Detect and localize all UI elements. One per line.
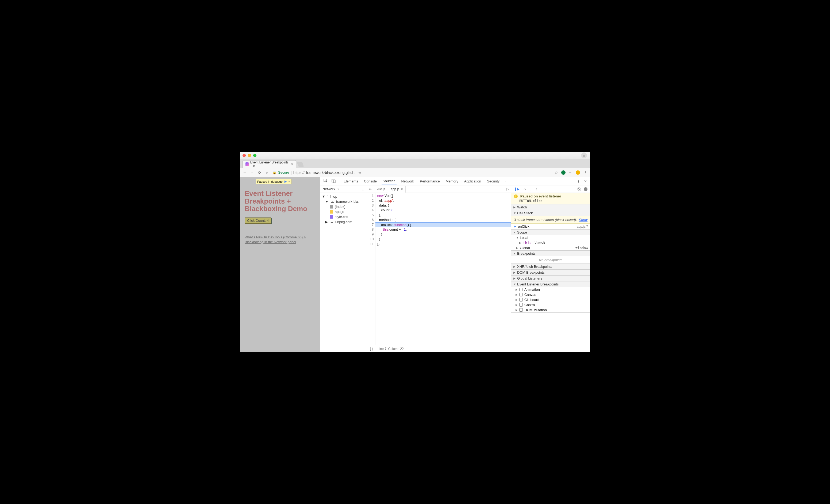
tree-file-appjs[interactable]: app.js xyxy=(320,209,367,214)
file-icon xyxy=(330,205,333,209)
sources-navigator: Network » ⋮ ▼top ▼☁framework-bla… (index… xyxy=(320,185,367,352)
source-editor: ⇤ vue.js app.js× ▷ 1234567891011 new Vue… xyxy=(367,185,511,352)
pause-dim-overlay xyxy=(240,177,320,352)
no-breakpoints-label: No breakpoints xyxy=(511,256,590,263)
elb-category[interactable]: ▶Animation xyxy=(511,287,590,292)
elb-category[interactable]: ▶Clipboard xyxy=(511,297,590,302)
tab-close-icon[interactable]: × xyxy=(291,162,293,166)
navigator-menu-icon[interactable]: ⋮ xyxy=(361,187,365,191)
step-out-icon[interactable]: ↑ xyxy=(536,187,538,191)
paused-target: BUTTON.click xyxy=(519,199,587,203)
extension-icon[interactable] xyxy=(576,170,580,175)
window-maximize-button[interactable] xyxy=(253,154,256,157)
section-dom-breakpoints[interactable]: ▶DOM Breakpoints xyxy=(511,270,590,275)
paused-message: i Paused on event listener BUTTON.click xyxy=(511,193,590,204)
devtools-main-tabs: Elements Console Sources Network Perform… xyxy=(339,177,509,185)
overlay-step-icon[interactable]: ⤼ xyxy=(288,180,290,183)
tree-file-stylecss[interactable]: style.css xyxy=(320,214,367,219)
cursor-position: Line 7, Column 22 xyxy=(378,347,404,351)
url-scheme: https:// xyxy=(293,170,305,175)
blackbox-show-link[interactable]: Show xyxy=(579,218,588,222)
section-breakpoints[interactable]: ▼Breakpoints xyxy=(511,251,590,256)
overlay-resume-icon[interactable]: ▶ xyxy=(285,180,287,183)
step-over-icon[interactable]: ⤼ xyxy=(523,187,526,191)
elb-category[interactable]: ▶DOM Mutation xyxy=(511,307,590,312)
toggle-navigator-icon[interactable]: ⇤ xyxy=(367,187,374,191)
section-call-stack[interactable]: ▼Call Stack xyxy=(511,210,590,216)
content-area: Paused in debugger ▶ ⤼ Event Listener Br… xyxy=(240,177,590,352)
traffic-lights xyxy=(243,154,256,157)
scope-this[interactable]: ▶this:Vue$3 xyxy=(511,240,590,245)
tree-domain-unpkg[interactable]: ▶☁unpkg.com xyxy=(320,219,367,224)
devtools-menu-icon[interactable]: ⋮ xyxy=(577,179,580,183)
window-close-button[interactable] xyxy=(243,154,246,157)
devtools-panel: Elements Console Sources Network Perform… xyxy=(320,177,590,352)
omnibox[interactable]: 🔒 Secure | https://framework-blackboxing… xyxy=(273,170,551,175)
navigator-overflow-icon[interactable]: » xyxy=(338,187,339,191)
elb-category[interactable]: ▶Control xyxy=(511,302,590,307)
file-tree: ▼top ▼☁framework-bla… (index) app.js sty… xyxy=(320,193,367,225)
elb-checkbox[interactable] xyxy=(519,303,523,307)
scope-local[interactable]: ▼Local xyxy=(511,235,590,240)
section-event-listener-breakpoints[interactable]: ▼Event Listener Breakpoints xyxy=(511,281,590,287)
device-toolbar-icon[interactable] xyxy=(331,179,336,184)
section-scope[interactable]: ▼Scope xyxy=(511,229,590,235)
tab-application[interactable]: Application xyxy=(463,177,482,185)
code-area[interactable]: 1234567891011 new Vue({ el: '#app', data… xyxy=(367,193,511,345)
elb-checkbox[interactable] xyxy=(519,298,523,302)
line-gutter[interactable]: 1234567891011 xyxy=(367,193,376,345)
scope-global[interactable]: ▶GlobalWindow xyxy=(511,245,590,250)
editor-tab-vuejs[interactable]: vue.js xyxy=(374,185,388,193)
stack-frame[interactable]: ➤ onClick app.js:7 xyxy=(511,224,590,229)
elb-category[interactable]: ▶Canvas xyxy=(511,292,590,297)
navigator-tabs: Network » ⋮ xyxy=(320,185,367,193)
editor-tab-appjs[interactable]: app.js× xyxy=(388,186,406,193)
resume-script-icon[interactable]: ❚▶ xyxy=(514,187,519,191)
bookmark-star-icon[interactable]: ☆ xyxy=(554,170,558,175)
tab-sources[interactable]: Sources xyxy=(382,177,396,185)
step-into-icon[interactable]: ↓ xyxy=(530,187,532,191)
window-minimize-button[interactable] xyxy=(248,154,251,157)
profile-avatar-icon[interactable]: ☺ xyxy=(581,153,587,158)
elb-checkbox[interactable] xyxy=(519,293,523,296)
code-lines: new Vue({ el: '#app', data: { count: 0 }… xyxy=(376,193,511,345)
tab-network[interactable]: Network xyxy=(400,177,415,185)
elb-checkbox[interactable] xyxy=(519,288,523,291)
tree-file-index[interactable]: (index) xyxy=(320,204,367,209)
favicon-icon xyxy=(246,162,249,166)
chrome-menu-icon[interactable]: ⋮ xyxy=(583,170,587,175)
tab-security[interactable]: Security xyxy=(486,177,501,185)
inspect-element-icon[interactable] xyxy=(324,179,328,184)
home-button[interactable]: ⌂ xyxy=(265,170,269,175)
section-watch[interactable]: ▶Watch xyxy=(511,204,590,210)
address-bar: ← → ⟳ ⌂ 🔒 Secure | https://framework-bla… xyxy=(240,168,590,177)
editor-tabs: ⇤ vue.js app.js× ▷ xyxy=(367,185,511,193)
pause-on-exceptions-icon[interactable] xyxy=(584,187,587,191)
tab-memory[interactable]: Memory xyxy=(445,177,459,185)
navigator-tab-network[interactable]: Network xyxy=(322,187,335,191)
tree-domain[interactable]: ▼☁framework-bla… xyxy=(320,199,367,204)
lock-icon: 🔒 xyxy=(273,171,277,175)
elb-checkbox[interactable] xyxy=(519,308,523,312)
devtools-close-icon[interactable]: ✕ xyxy=(584,179,587,183)
browser-tab[interactable]: Event Listener Breakpoints + B… × xyxy=(243,160,296,168)
reload-button[interactable]: ⟳ xyxy=(257,170,262,175)
overflow-tabs-icon[interactable]: » xyxy=(504,179,506,183)
section-xhr-breakpoints[interactable]: ▶XHR/fetch Breakpoints xyxy=(511,264,590,270)
secure-label: Secure xyxy=(278,170,289,175)
new-tab-button[interactable] xyxy=(297,162,304,167)
tab-performance[interactable]: Performance xyxy=(419,177,441,185)
tab-elements[interactable]: Elements xyxy=(343,177,359,185)
run-snippet-icon[interactable]: ▷ xyxy=(504,187,511,191)
frame-icon xyxy=(327,195,331,198)
tree-top[interactable]: ▼top xyxy=(320,194,367,199)
forward-button[interactable]: → xyxy=(250,170,254,175)
back-button[interactable]: ← xyxy=(243,170,247,175)
section-global-listeners[interactable]: ▶Global Listeners xyxy=(511,276,590,281)
pretty-print-icon[interactable]: { } xyxy=(370,347,373,351)
close-tab-icon[interactable]: × xyxy=(401,187,403,191)
extension-icon[interactable] xyxy=(561,170,566,175)
file-icon xyxy=(330,210,333,214)
extension-icon[interactable]: ⋯ xyxy=(569,170,573,175)
tab-console[interactable]: Console xyxy=(363,177,378,185)
